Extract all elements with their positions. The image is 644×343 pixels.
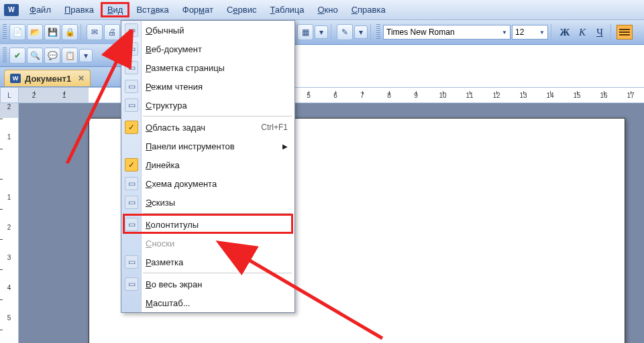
tab-document1[interactable]: W Документ1 ✕ — [4, 70, 91, 86]
ruler-corner[interactable]: L — [0, 87, 19, 103]
bold-button[interactable]: Ж — [557, 25, 573, 40]
underline-button[interactable]: Ч — [592, 25, 608, 40]
ruler-tick: 6 — [322, 92, 349, 99]
header-icon: ▭ — [125, 218, 138, 231]
menu-item-панели-инструментов[interactable]: Панели инструментов▶ — [121, 137, 294, 155]
ruler-tick: 2 — [19, 92, 49, 99]
dropdown-button[interactable]: ▾ — [79, 49, 93, 62]
ruler-tick: 8 — [376, 92, 402, 99]
chevron-down-icon: ▼ — [502, 29, 507, 36]
tab-label: Документ1 — [25, 74, 71, 84]
document-tabs: W Документ1 ✕ — [0, 67, 121, 87]
menu-item-режим-чтения[interactable]: ▭Режим чтения — [121, 77, 294, 96]
toolbar-grip[interactable] — [3, 24, 7, 40]
font-name-value: Times New Roman — [386, 27, 455, 37]
menu-item-веб-документ[interactable]: ▭Веб-документ — [121, 40, 294, 58]
menu-table[interactable]: Таблица — [263, 2, 311, 17]
menu-item-обычный[interactable]: ▭Обычный — [121, 21, 294, 40]
menu-item-label: Сноски — [146, 238, 174, 249]
open-button[interactable]: 📂 — [27, 24, 43, 40]
columns-button[interactable]: ▦ — [297, 24, 313, 40]
ruler-tick: 12 — [483, 92, 510, 99]
track-button[interactable]: 📋 — [62, 48, 78, 64]
menu-item-label: Разметка страницы — [146, 63, 225, 73]
horizontal-ruler-right[interactable]: 567891011121314151617 — [295, 87, 644, 103]
menu-view[interactable]: Вид — [101, 2, 130, 17]
menu-item-label: Панели инструментов — [146, 141, 235, 151]
toolbar-area: 📄 📂 💾 🔒 ✉ 🖨 ▦ ▾ ✎ ▾ Times New Roman ▼ 12… — [0, 20, 644, 45]
menu-format[interactable]: Формат — [176, 2, 220, 17]
ruler-tick: 14 — [537, 92, 564, 99]
spellcheck-button[interactable]: ✔ — [9, 48, 25, 64]
fullscreen-icon: ▭ — [125, 277, 138, 291]
ruler-tick: 17 — [617, 92, 644, 99]
ruler-tick: 10 — [429, 92, 456, 99]
font-size-combo[interactable]: 12 ▼ — [512, 25, 548, 40]
menu-file[interactable]: Файл — [23, 2, 58, 17]
menu-item-label: Схема документа — [146, 179, 217, 189]
horizontal-ruler[interactable]: 2 1 — [19, 87, 121, 103]
italic-button[interactable]: К — [574, 25, 590, 40]
menu-item-label: Во весь экран — [146, 279, 202, 289]
print-button[interactable]: 🖨 — [104, 24, 120, 40]
menu-item-сноски: Сноски — [121, 234, 294, 253]
menu-edit[interactable]: Правка — [58, 2, 101, 17]
menu-item-label: Область задач — [146, 123, 205, 133]
ruler-tick — [0, 163, 18, 194]
menu-shortcut: Ctrl+F1 — [261, 123, 288, 132]
chevron-down-icon: ▼ — [539, 29, 545, 36]
menu-item-структура[interactable]: ▭Структура — [121, 96, 294, 115]
toolbar-grip[interactable] — [376, 24, 380, 40]
ruler-tick: 1 — [49, 92, 79, 99]
menu-item-разметка-страницы[interactable]: ▭Разметка страницы — [121, 58, 294, 77]
font-name-combo[interactable]: Times New Roman ▼ — [383, 25, 511, 40]
ruler-tick: 1 — [0, 133, 18, 163]
font-size-value: 12 — [515, 27, 524, 37]
separator — [331, 24, 334, 40]
vertical-ruler[interactable]: 2112345 — [0, 103, 19, 343]
menu-item-разметка[interactable]: ▭Разметка — [121, 253, 294, 271]
menu-window[interactable]: Окно — [311, 2, 344, 17]
menu-help[interactable]: Справка — [345, 2, 392, 17]
app-icon: W — [4, 4, 19, 16]
new-doc-button[interactable]: 📄 — [9, 24, 25, 40]
menu-item-label: Структура — [146, 100, 187, 111]
menu-item-эскизы[interactable]: ▭Эскизы — [121, 193, 294, 212]
save-button[interactable]: 💾 — [44, 24, 60, 40]
menu-separator — [143, 116, 292, 117]
permissions-button[interactable]: 🔒 — [62, 24, 78, 40]
separator — [551, 24, 554, 40]
menu-separator — [143, 273, 292, 273]
draw-button[interactable]: ✎ — [337, 24, 353, 40]
book-icon: ▭ — [125, 80, 138, 93]
standard-toolbar: 📄 📂 💾 🔒 ✉ 🖨 ▦ ▾ ✎ ▾ Times New Roman ▼ 12… — [0, 20, 644, 44]
dropdown-button[interactable]: ▾ — [354, 25, 368, 39]
menu-item-область-задач[interactable]: ✓Область задачCtrl+F1 — [121, 118, 294, 137]
menu-item-label: Линейка — [146, 160, 180, 170]
menu-item-линейка[interactable]: ✓Линейка — [121, 155, 294, 174]
close-icon[interactable]: ✕ — [78, 74, 85, 83]
globe-icon: ▭ — [125, 42, 138, 56]
menu-item-label: Эскизы — [146, 198, 175, 208]
ruler-tick: 16 — [590, 92, 617, 99]
menu-item-схема-документа[interactable]: ▭Схема документа — [121, 174, 294, 193]
menu-item-колонтитулы[interactable]: ▭Колонтитулы — [121, 215, 294, 234]
ruler-tick: 2 — [0, 103, 18, 133]
separator — [610, 24, 614, 40]
menu-item-во-весь-экран[interactable]: ▭Во весь экран — [121, 275, 294, 293]
mail-button[interactable]: ✉ — [87, 24, 103, 40]
misc-button[interactable]: ▾ — [315, 25, 328, 39]
ruler-tick: 13 — [510, 92, 537, 99]
comment-button[interactable]: 💬 — [44, 48, 60, 64]
schema-icon: ▭ — [125, 177, 138, 190]
ruler-tick: 2 — [0, 224, 18, 254]
menu-service[interactable]: Сервис — [220, 2, 264, 17]
reviewing-toolbar: ✔ 🔍 💬 📋 ▾ — [0, 44, 121, 67]
menu-item-label: Режим чтения — [146, 82, 203, 92]
research-button[interactable]: 🔍 — [27, 48, 43, 64]
menu-item-масштаб-[interactable]: Масштаб... — [121, 293, 294, 312]
ruler-tick: 5 — [0, 314, 18, 343]
align-button[interactable] — [616, 25, 633, 40]
toolbar-grip[interactable] — [3, 48, 7, 64]
menu-insert[interactable]: Вставка — [129, 2, 175, 17]
